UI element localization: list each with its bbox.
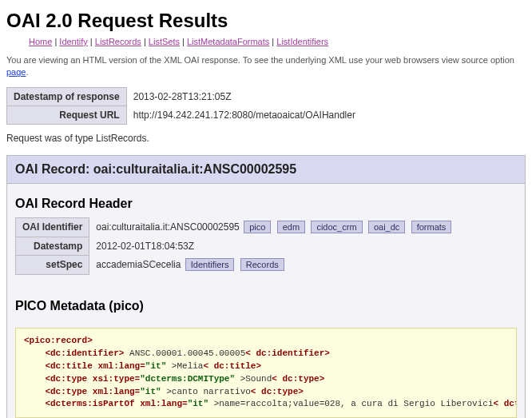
xml-text: ANSC.00001.00045.00005: [124, 348, 245, 358]
xml-tag: < dc:type>: [272, 374, 324, 384]
pico-xml-box: <pico:record> <dc:identifier> ANSC.00001…: [15, 328, 517, 418]
xml-text: >Sound: [235, 374, 272, 384]
xml-text: >Melia: [166, 361, 203, 371]
xml-text: >canto narrativo: [161, 387, 251, 396]
record-header-table: OAI Identifier oai:culturaitalia.it:ANSC…: [15, 217, 460, 275]
xml-tag: <dc:type xsi:type=: [45, 374, 140, 384]
record-datestamp-label: Datestamp: [16, 237, 89, 255]
datestamp-label: Datestamp of response: [7, 87, 127, 105]
intro-part2: .: [26, 67, 28, 77]
oai-record-box: OAI Record: oai:culturaitalia.it:ANSC000…: [6, 155, 526, 418]
setspec-value: accademiaSCecelia: [96, 259, 181, 270]
identifiers-button[interactable]: Identifiers: [185, 258, 235, 271]
format-pico-button[interactable]: pico: [244, 221, 271, 233]
format-cidoc-button[interactable]: cidoc_crm: [311, 221, 362, 233]
xml-attr: "dcterms:DCMIType": [140, 374, 235, 384]
record-title: OAI Record: oai:culturaitalia.it:ANSC000…: [7, 156, 525, 184]
intro-part1: You are viewing an HTML version of the X…: [6, 55, 514, 65]
xml-tag: <dc:title xml:lang=: [45, 361, 145, 371]
xml-tag: < dcterms:isPartOf>: [494, 399, 517, 408]
top-nav: Home | Identify | ListRecords | ListSets…: [29, 37, 526, 46]
nav-listrecords[interactable]: ListRecords: [95, 37, 141, 46]
xml-text: >name=raccolta;value=028, a cura di Serg…: [208, 399, 493, 408]
xml-tag: <pico:record>: [24, 336, 93, 345]
request-url-value: http://194.242.241.172:8080/metaoaicat/O…: [126, 105, 362, 124]
record-header-section: OAI Record Header OAI Identifier oai:cul…: [7, 184, 525, 286]
xml-tag: <dc:type xml:lang=: [45, 387, 140, 396]
xml-tag: <dc:identifier>: [45, 348, 124, 358]
xml-tag: < dc:identifier>: [245, 348, 330, 358]
setspec-label: setSpec: [16, 255, 89, 274]
record-title-id: oai:culturaitalia.it:ANSC00002595: [93, 162, 296, 176]
xml-attr: "it": [140, 387, 161, 396]
oai-identifier-value: oai:culturaitalia.it:ANSC00002595: [96, 221, 239, 233]
record-datestamp-value: 2012-02-01T18:04:53Z: [89, 237, 460, 255]
request-url-label: Request URL: [7, 105, 127, 124]
pico-heading: PICO Metadata (pico): [15, 299, 517, 313]
record-header-heading: OAI Record Header: [15, 197, 517, 211]
xml-tag: < dc:type>: [251, 387, 304, 396]
nav-identify[interactable]: Identify: [59, 37, 87, 46]
xml-attr: "it": [145, 361, 166, 371]
nav-home[interactable]: Home: [29, 37, 52, 46]
nav-listmetadataformats[interactable]: ListMetadataFormats: [187, 37, 269, 46]
format-formats-button[interactable]: formats: [411, 221, 452, 233]
records-button[interactable]: Records: [240, 258, 284, 271]
nav-listidentifiers[interactable]: ListIdentifiers: [276, 37, 328, 46]
format-oai-dc-button[interactable]: oai_dc: [368, 221, 405, 233]
page-link[interactable]: page: [6, 67, 26, 77]
pico-section: PICO Metadata (pico): [7, 286, 525, 323]
xml-tag: <dcterms:isPartOf xml:lang=: [45, 399, 187, 408]
page-title: OAI 2.0 Request Results: [6, 10, 526, 32]
request-type-note: Request was of type ListRecords.: [6, 133, 526, 144]
datestamp-value: 2013-02-28T13:21:05Z: [126, 87, 362, 105]
oai-identifier-label: OAI Identifier: [16, 217, 89, 237]
xml-attr: "it": [188, 399, 208, 408]
response-table: Datestamp of response 2013-02-28T13:21:0…: [6, 87, 362, 125]
xml-tag: < dc:title>: [203, 361, 261, 371]
nav-listsets[interactable]: ListSets: [149, 37, 180, 46]
record-title-prefix: OAI Record:: [15, 162, 93, 176]
format-edm-button[interactable]: edm: [277, 221, 305, 233]
intro-text: You are viewing an HTML version of the X…: [6, 54, 526, 79]
